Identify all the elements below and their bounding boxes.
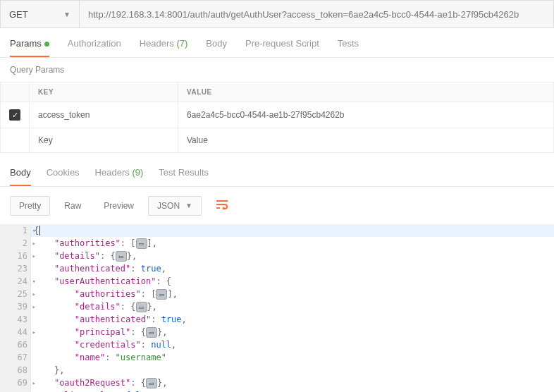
request-tabs: Params Authorization Headers (7) Body Pr… [0,28,554,58]
tab-tests[interactable]: Tests [338,38,359,57]
response-body-editor[interactable]: 1▾{2▸ "authorities": [▭],16▸ "details": … [0,224,554,392]
code-line: 69▸ "oauth2Request": {▭}, [0,376,554,389]
param-value-cell[interactable]: 6ae2a4c5-bcc0-4544-ae1b-27f95cb4262b [178,102,554,128]
format-label: JSON [157,201,180,211]
col-key: KEY [30,82,178,102]
param-key-cell[interactable]: access_token [30,102,178,128]
chevron-down-icon: ▼ [185,202,192,209]
table-row-new: KeyValue [1,128,554,153]
code-line: 1▾{ [0,224,554,237]
preview-button[interactable]: Preview [95,197,142,215]
wrap-icon [216,200,228,209]
url-input[interactable] [80,1,553,27]
tab-response-headers[interactable]: Headers (9) [95,167,144,186]
table-row: ✓ access_token 6ae2a4c5-bcc0-4544-ae1b-2… [1,102,554,128]
tab-prerequest[interactable]: Pre-request Script [245,38,319,57]
tab-authorization[interactable]: Authorization [68,38,121,57]
code-line: 67 "name": "username" [0,351,554,364]
code-line: 23 "authenticated": true, [0,262,554,275]
tab-body[interactable]: Body [206,38,227,57]
tab-params-label: Params [10,38,42,49]
code-line: 39▸ "details": {▭}, [0,300,554,313]
code-line: 68 }, [0,364,554,376]
params-modified-dot-icon [44,42,49,47]
resp-headers-label: Headers [95,167,130,178]
headers-count: (7) [176,38,187,49]
code-line: 2▸ "authorities": [▭], [0,237,554,250]
tab-params[interactable]: Params [10,38,49,57]
query-params-table: KEY VALUE ✓ access_token 6ae2a4c5-bcc0-4… [0,82,554,153]
http-method-label: GET [9,9,28,20]
param-value-placeholder[interactable]: Value [178,128,554,153]
code-line: 24▾ "userAuthentication": { [0,275,554,288]
chevron-down-icon: ▼ [63,11,70,18]
response-tabs: Body Cookies Headers (9) Test Results [0,157,554,187]
tab-response-cookies[interactable]: Cookies [47,167,80,186]
col-value: VALUE [178,82,554,102]
format-select[interactable]: JSON▼ [148,196,202,216]
wrap-lines-button[interactable] [207,195,237,216]
tab-headers-label: Headers [140,38,174,49]
tab-test-results[interactable]: Test Results [159,167,209,186]
col-check [1,82,30,102]
code-line: 66 "credentials": null, [0,338,554,351]
tab-headers[interactable]: Headers (7) [140,38,188,57]
code-line: 44▸ "principal": {▭}, [0,326,554,338]
tab-response-body[interactable]: Body [10,167,31,186]
code-line: 43 "authenticated": true, [0,313,554,326]
resp-headers-count: (9) [132,167,143,178]
param-key-placeholder[interactable]: Key [30,128,178,153]
query-params-title: Query Params [0,58,554,82]
raw-button[interactable]: Raw [56,197,90,215]
code-line: 92 "clientOnly": false, [0,389,554,392]
code-line: 25▸ "authorities": [▭], [0,288,554,300]
pretty-button[interactable]: Pretty [10,196,50,216]
checkbox[interactable]: ✓ [9,109,20,121]
http-method-select[interactable]: GET ▼ [1,1,80,27]
code-line: 16▸ "details": {▭}, [0,250,554,262]
response-toolbar: Pretty Raw Preview JSON▼ [0,187,554,224]
request-bar: GET ▼ [0,0,554,28]
